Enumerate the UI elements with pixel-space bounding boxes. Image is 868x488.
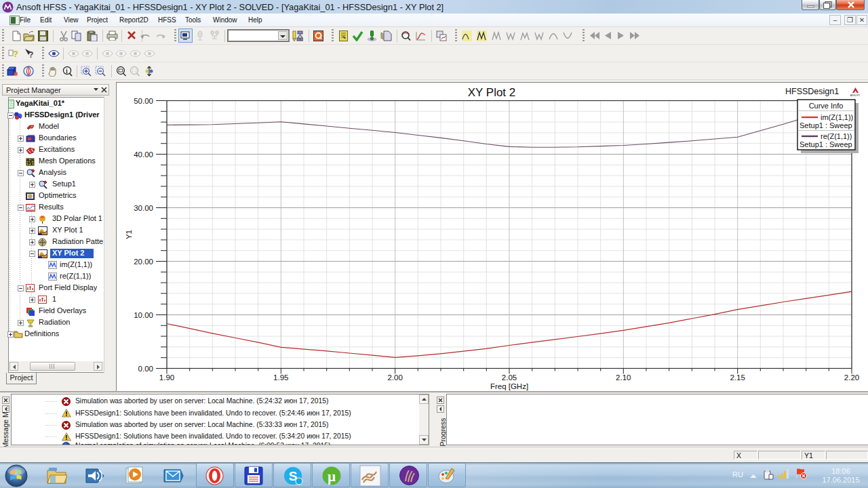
svg-text:10.00: 10.00 <box>134 311 153 319</box>
svg-text:Curve Info: Curve Info <box>809 102 844 110</box>
svg-text:1.90: 1.90 <box>159 373 174 382</box>
svg-text:0.00: 0.00 <box>138 365 153 373</box>
svg-text:i: i <box>66 67 68 75</box>
svg-text:µ: µ <box>328 468 336 485</box>
svg-text:20.00: 20.00 <box>134 258 153 266</box>
svg-text:40.00: 40.00 <box>134 150 153 159</box>
svg-text:?: ? <box>13 49 18 59</box>
svg-text:re(Z(1,1)): re(Z(1,1)) <box>821 132 852 140</box>
svg-text:30.00: 30.00 <box>134 204 153 212</box>
svg-text:im(Z(1,1)): im(Z(1,1)) <box>821 113 853 121</box>
svg-text:HFSSDesign1: HFSSDesign1 <box>785 87 839 96</box>
svg-text:Setup1 : Sweep: Setup1 : Sweep <box>800 121 852 129</box>
svg-text:?: ? <box>28 50 33 59</box>
svg-text:2.05: 2.05 <box>502 373 517 382</box>
svg-text:2.15: 2.15 <box>730 373 745 382</box>
svg-text:ANSOFT: ANSOFT <box>850 94 861 97</box>
svg-text:Setup1 : Sweep: Setup1 : Sweep <box>800 140 852 148</box>
svg-text:XY Plot 2: XY Plot 2 <box>468 86 516 99</box>
svg-text:2.10: 2.10 <box>616 373 631 382</box>
svg-text:2.20: 2.20 <box>844 373 859 382</box>
svg-text:50.00: 50.00 <box>134 97 153 105</box>
svg-text:Freq [GHz]: Freq [GHz] <box>490 382 528 390</box>
svg-text:2.00: 2.00 <box>388 373 403 382</box>
svg-text:Y1: Y1 <box>125 230 133 239</box>
svg-text:1.95: 1.95 <box>273 373 288 382</box>
